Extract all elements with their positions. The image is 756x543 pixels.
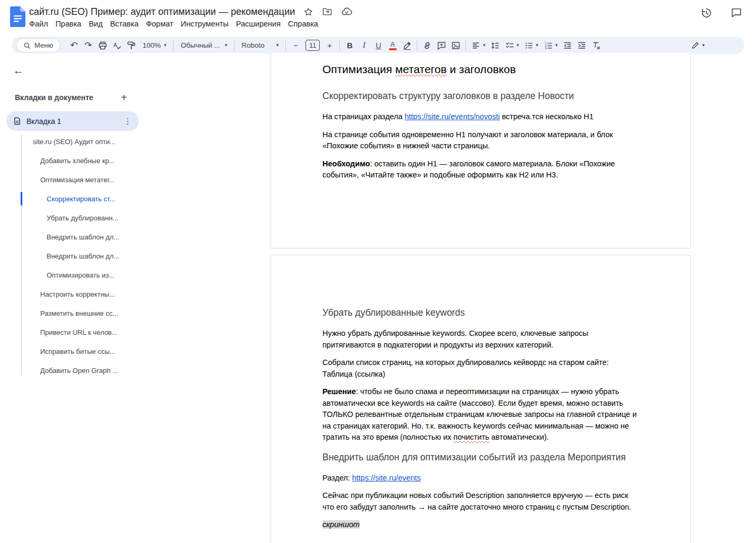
numbered-list-dropdown[interactable]: 1 2 3 ▾	[541, 38, 561, 52]
outline-item[interactable]: Настроить корректны...	[0, 284, 169, 304]
paragraph-style-dropdown[interactable]: Обычный ... ▾	[176, 38, 231, 52]
undo-button[interactable]: ↶	[67, 38, 81, 52]
print-button[interactable]	[95, 38, 110, 52]
align-dropdown[interactable]: ▾	[469, 38, 488, 52]
outline-item[interactable]: Внедрить шаблон дл...	[0, 246, 169, 265]
tab-document-icon	[13, 117, 21, 125]
tab-item-vkladka-1[interactable]: Вкладка 1 ⋮	[6, 111, 139, 131]
italic-button[interactable]: I	[357, 38, 371, 52]
zoom-dropdown[interactable]: 100% ▾	[138, 38, 170, 52]
outline-item[interactable]: Добавить Open Graph ...	[0, 361, 169, 380]
move-to-folder-icon[interactable]	[322, 6, 332, 17]
toolbar-divider	[465, 40, 466, 51]
italic-icon: I	[363, 41, 365, 50]
add-tab-button[interactable]: +	[116, 90, 131, 105]
outline-item[interactable]: Внедрить шаблон дл...	[0, 227, 169, 246]
pen-icon	[691, 41, 700, 50]
highlighted-placeholder: скриншот	[322, 520, 359, 529]
link-novosti[interactable]: https://site.ru/events/novosti	[404, 112, 500, 121]
outline-item[interactable]: Оптимизировать из...	[0, 265, 169, 284]
paint-format-button[interactable]	[124, 38, 138, 52]
line-spacing-button[interactable]	[488, 38, 502, 52]
menu-help[interactable]: Справка	[284, 19, 322, 29]
close-sidebar-back-arrow[interactable]: ←	[10, 61, 28, 79]
paragraph: Необходимо: оставить один H1 — заголовок…	[322, 158, 640, 181]
bold-run: Необходимо	[322, 159, 370, 168]
toolbar: Меню ↶ ↷ A 100% ▾	[12, 37, 744, 54]
bulleted-list-dropdown[interactable]: ▾	[521, 38, 541, 52]
image-icon	[451, 41, 461, 50]
menu-view[interactable]: Вид	[85, 19, 106, 29]
version-history-icon[interactable]	[698, 5, 714, 21]
outline-item[interactable]: Исправить битые ссы...	[0, 342, 169, 361]
google-docs-logo-icon[interactable]	[10, 6, 25, 27]
bold-button[interactable]: B	[343, 38, 357, 52]
decrease-indent-button[interactable]	[560, 38, 574, 52]
comments-icon[interactable]	[728, 5, 744, 21]
underline-icon: U	[376, 41, 381, 50]
outline-item[interactable]: Разметить внешние сс...	[0, 304, 169, 323]
chevron-down-icon: ▾	[555, 43, 558, 48]
search-menus-button[interactable]: Меню	[16, 38, 60, 52]
spellcheck-icon: A	[112, 41, 122, 50]
document-tabs-sidebar: ← Вкладки в документе + Вкладка 1 ⋮ site…	[0, 53, 263, 543]
search-icon	[23, 42, 31, 49]
menu-tools[interactable]: Инструменты	[177, 19, 232, 29]
link-events[interactable]: https://site.ru/events	[352, 474, 421, 482]
toolbar-divider	[339, 40, 340, 51]
menu-format[interactable]: Формат	[142, 19, 177, 29]
menu-extensions[interactable]: Расширения	[232, 19, 284, 29]
editing-mode-dropdown[interactable]: ▾	[688, 38, 707, 52]
increase-font-size-button[interactable]: +	[322, 38, 337, 52]
add-comment-button[interactable]	[434, 38, 448, 52]
spellcheck-button[interactable]: A	[110, 38, 124, 52]
document-page-1[interactable]: Оптимизация метатегов и заголовков Скорр…	[271, 53, 691, 248]
tab-options-kebab-icon[interactable]: ⋮	[124, 117, 132, 126]
outline-item[interactable]: Оптимизация метатег...	[0, 170, 169, 189]
paragraph: Собрали список страниц, на которых дубли…	[322, 357, 640, 380]
redo-icon: ↷	[85, 41, 92, 50]
highlight-color-button[interactable]	[400, 38, 414, 52]
redo-button[interactable]: ↷	[81, 38, 95, 52]
star-icon[interactable]	[303, 7, 313, 17]
text-color-button[interactable]: A	[385, 38, 400, 52]
chevron-down-icon: ▾	[225, 43, 228, 48]
outline-item[interactable]: Добавить хлебные кр...	[0, 151, 169, 170]
underline-button[interactable]: U	[371, 38, 385, 52]
chevron-down-icon: ▾	[517, 43, 519, 48]
checklist-dropdown[interactable]: ▾	[502, 38, 522, 52]
menu-file[interactable]: Файл	[25, 19, 52, 29]
menu-insert[interactable]: Вставка	[106, 19, 142, 29]
outline-item[interactable]: Привести URL к челов...	[0, 323, 169, 342]
title-row: сайт.ru (SEO) Пример: аудит оптимизации …	[29, 6, 353, 17]
document-page-2[interactable]: Убрать дублированные keywords Нужно убра…	[271, 255, 691, 543]
plus-icon: +	[327, 41, 332, 50]
insert-image-button[interactable]	[448, 38, 463, 52]
paint-roller-icon	[127, 41, 136, 50]
menu-edit[interactable]: Правка	[52, 19, 85, 29]
cloud-saved-icon[interactable]	[341, 6, 353, 17]
outdent-icon	[563, 41, 572, 50]
document-title[interactable]: сайт.ru (SEO) Пример: аудит оптимизации …	[29, 6, 295, 17]
chevron-down-icon: ▾	[164, 43, 167, 48]
insert-link-button[interactable]	[420, 38, 434, 52]
bold-icon: B	[347, 41, 353, 50]
font-size-input[interactable]: 11	[305, 40, 320, 51]
clear-formatting-button[interactable]	[589, 38, 603, 52]
decrease-font-size-button[interactable]: −	[289, 38, 303, 52]
outline-item[interactable]: Убрать дублированн...	[0, 208, 169, 227]
chevron-down-icon: ▾	[276, 43, 279, 48]
misspelled-word: почистить	[454, 433, 489, 441]
outline-item[interactable]: site.ru (SEO) Аудит опти...	[0, 132, 169, 151]
svg-text:3: 3	[545, 46, 546, 49]
bold-run: Решение	[322, 387, 356, 396]
paragraph: Нужно убрать дублированные keywords. Ско…	[322, 328, 640, 351]
indent-icon	[577, 41, 587, 50]
increase-indent-button[interactable]	[574, 38, 589, 52]
font-dropdown[interactable]: Roboto ▾	[237, 38, 283, 52]
paragraph: На странице события одновременно H1 полу…	[322, 129, 640, 152]
highlighter-icon	[402, 41, 412, 50]
outline-item-active[interactable]: Скорректировать ст...	[0, 189, 169, 208]
paragraph: Раздел: https://site.ru/events	[322, 473, 640, 484]
checklist-icon	[505, 41, 515, 50]
